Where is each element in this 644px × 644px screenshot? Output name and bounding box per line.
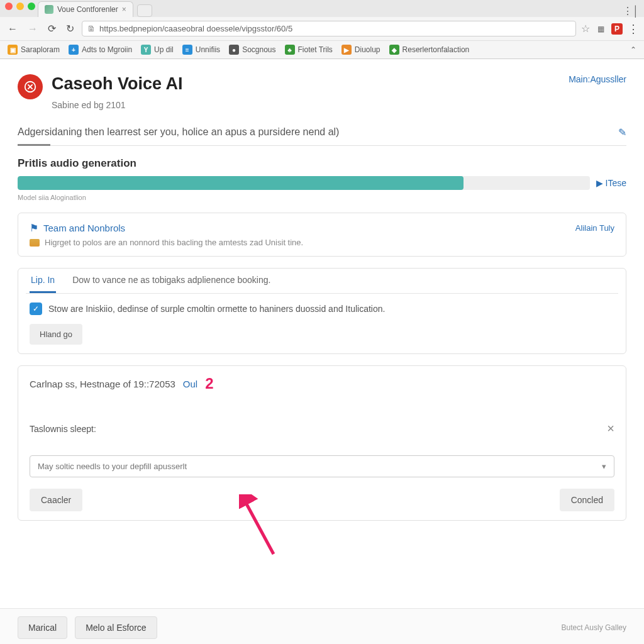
reload-alt-button[interactable]: ↻ bbox=[64, 21, 77, 36]
page-header: Caseoh Voice AI Sabine ed bg 2101 Main:A… bbox=[18, 74, 626, 110]
edit-icon[interactable]: ✎ bbox=[618, 126, 626, 138]
card-tabs-panel: Lip. In Dow to vance ne as tobigaks adpl… bbox=[18, 268, 626, 354]
card-team-title[interactable]: Team and Nonbrols bbox=[43, 223, 125, 233]
tab-extension-icon[interactable]: ⋮│ bbox=[623, 5, 644, 17]
bookmark-item[interactable]: ●Socgnous bbox=[229, 45, 275, 55]
out-label[interactable]: Oul bbox=[183, 379, 197, 389]
tab-favicon bbox=[45, 5, 53, 14]
browser-tab-active[interactable]: Voue Contforenler × bbox=[38, 1, 133, 17]
bookmark-item[interactable]: ▶Diuolup bbox=[341, 45, 380, 55]
card-form-actions: Caacler Concled bbox=[30, 489, 614, 511]
bookmark-item[interactable]: ▣Saraploram bbox=[8, 45, 60, 55]
page-footer: Marical Melo al Esforce Butect Ausly Gal… bbox=[0, 608, 644, 644]
page-subtitle-text: Adgersidaning then learrest ser you, hol… bbox=[18, 126, 339, 137]
extension-icon-1[interactable]: ▦ bbox=[595, 23, 606, 35]
flag-icon: ⚑ bbox=[30, 222, 38, 234]
tab-close-icon[interactable]: × bbox=[122, 5, 126, 14]
window-close[interactable] bbox=[5, 3, 13, 10]
play-label: ITese bbox=[606, 178, 626, 188]
tab-lip-in[interactable]: Lip. In bbox=[30, 269, 56, 293]
forward-button[interactable]: → bbox=[25, 22, 40, 36]
card-team: ⚑ Team and Nonbrols Alilain Tuly Higrget… bbox=[18, 213, 626, 257]
chevron-down-icon: ▾ bbox=[602, 462, 606, 471]
progress-track[interactable] bbox=[18, 176, 590, 190]
checkbox-row: ✓ Stow are Iniskiio, dedinse of surple c… bbox=[30, 303, 614, 315]
checkbox-label: Stow are Iniskiio, dedinse of surple cmo… bbox=[48, 304, 385, 314]
site-info-icon[interactable]: 🗎 bbox=[87, 24, 96, 33]
title-block: Caseoh Voice AI Sabine ed bg 2101 bbox=[52, 74, 183, 110]
card-form-header-text: Carlnap ss, Hestnage of 19::72053 bbox=[30, 379, 175, 389]
card-team-subtitle: Higrget to polos are an nonnord this bac… bbox=[45, 238, 303, 247]
card-tabs: Lip. In Dow to vance ne as tobigaks adpl… bbox=[26, 269, 618, 294]
play-icon: ▶ bbox=[596, 178, 603, 188]
cancel-button[interactable]: Caacler bbox=[30, 489, 82, 511]
close-icon[interactable]: × bbox=[607, 421, 614, 436]
app-logo bbox=[18, 74, 43, 99]
form-row: × Taslownis sleept: May soltic needls to… bbox=[30, 424, 614, 477]
logo-icon bbox=[23, 80, 37, 94]
hand-go-button[interactable]: Hland go bbox=[30, 324, 82, 345]
audio-progress: ▶ ITese bbox=[18, 176, 626, 190]
card-form-header: Carlnap ss, Hestnage of 19::72053 Oul 2 bbox=[30, 375, 614, 392]
checkbox[interactable]: ✓ bbox=[30, 303, 42, 315]
card-form: Carlnap ss, Hestnage of 19::72053 Oul 2 … bbox=[18, 365, 626, 521]
select-placeholder: May soltic needls to your depfill apusse… bbox=[38, 462, 187, 471]
page-title-subtitle: Sabine ed bg 2101 bbox=[52, 100, 183, 110]
select-dropdown[interactable]: May soltic needls to your depfill apusse… bbox=[30, 455, 614, 477]
footer-btn-marical[interactable]: Marical bbox=[18, 616, 67, 639]
model-caption: Model siia Aloginatlion bbox=[18, 194, 626, 201]
annotation-badge: 2 bbox=[205, 375, 213, 392]
bookmark-star-icon[interactable]: ☆ bbox=[581, 23, 590, 35]
window-minimize[interactable] bbox=[16, 3, 24, 10]
extension-icon-p[interactable]: P bbox=[611, 23, 623, 35]
window-maximize[interactable] bbox=[28, 3, 35, 10]
browser-menu-icon[interactable]: ⋮ bbox=[628, 22, 639, 36]
address-bar[interactable]: 🗎 https.bedpnepion/caaseobral doessele/v… bbox=[82, 21, 576, 36]
card-team-aside[interactable]: Alilain Tuly bbox=[575, 223, 614, 233]
section-audio-title: Pritlis audio generation bbox=[18, 157, 626, 170]
new-tab-button[interactable] bbox=[137, 4, 152, 17]
mail-icon bbox=[30, 239, 40, 247]
form-label: Taslownis sleept: bbox=[30, 424, 614, 434]
header-right-link[interactable]: Main:Agussller bbox=[569, 74, 626, 84]
browser-chrome: Voue Contforenler × ⋮│ ← → ⟳ ↻ 🗎 https.b… bbox=[0, 0, 644, 59]
nav-toolbar: ← → ⟳ ↻ 🗎 https.bedpnepion/caaseobral do… bbox=[0, 17, 644, 40]
bookmark-item[interactable]: ♣Fiotet Trils bbox=[285, 45, 333, 55]
bookmark-item[interactable]: +Adts to Mgroiin bbox=[69, 45, 132, 55]
bookmark-item[interactable]: ◆Reserlertonfalaction bbox=[389, 45, 470, 55]
confirm-button[interactable]: Concled bbox=[560, 489, 614, 511]
bookmark-item[interactable]: ≡Unnifiis bbox=[182, 45, 220, 55]
footer-right-text: Butect Ausly Galley bbox=[562, 623, 626, 632]
bookmarks-bar: ▣Saraploram +Adts to Mgroiin YUp dil ≡Un… bbox=[0, 40, 644, 58]
page-subtitle-row: Adgersidaning then learrest ser you, hol… bbox=[18, 126, 626, 146]
tab-description[interactable]: Dow to vance ne as tobigaks adplienence … bbox=[71, 269, 272, 293]
bookmark-item[interactable]: YUp dil bbox=[141, 45, 174, 55]
bookmarks-overflow-icon[interactable]: ⌃ bbox=[630, 45, 636, 54]
back-button[interactable]: ← bbox=[5, 22, 20, 36]
progress-fill bbox=[18, 176, 464, 190]
page-title: Caseoh Voice AI bbox=[52, 74, 183, 94]
play-button[interactable]: ▶ ITese bbox=[596, 178, 626, 188]
url-text: https.bedpnepion/caaseobral doessele/vip… bbox=[99, 24, 292, 33]
tab-bar: Voue Contforenler × ⋮│ bbox=[0, 1, 644, 17]
reload-button[interactable]: ⟳ bbox=[45, 21, 58, 36]
page-content: Caseoh Voice AI Sabine ed bg 2101 Main:A… bbox=[0, 59, 644, 644]
footer-btn-esforce[interactable]: Melo al Esforce bbox=[75, 616, 157, 639]
tab-title: Voue Contforenler bbox=[57, 5, 118, 14]
